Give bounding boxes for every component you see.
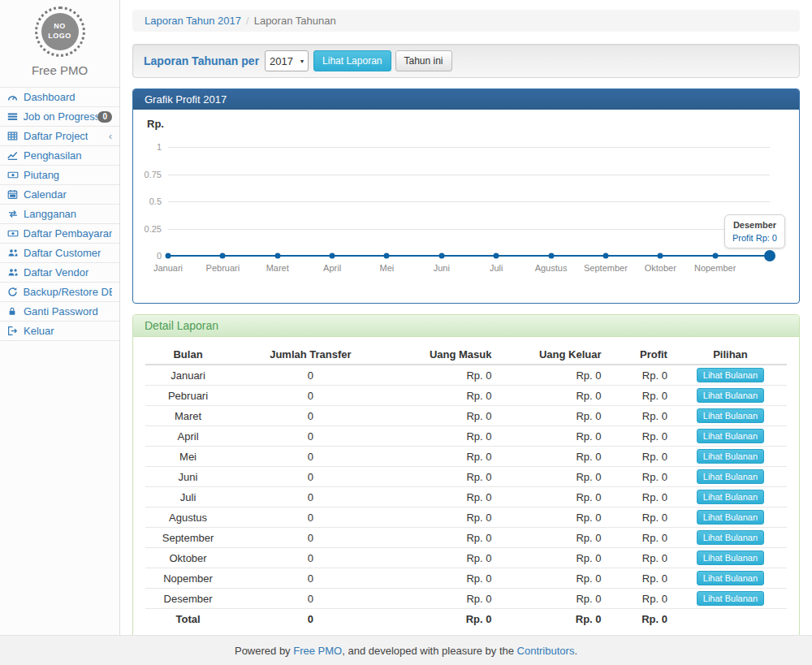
data-point-januari[interactable] <box>166 253 171 259</box>
sidebar-item-daftar-pembayaran[interactable]: Daftar Pembayaran <box>0 224 119 244</box>
data-point-juni[interactable] <box>438 253 444 259</box>
detail-report-panel: Detail Laporan BulanJumlah TransferUang … <box>132 314 800 635</box>
data-point-maret[interactable] <box>274 253 280 259</box>
cell-uang-keluar: Rp. 0 <box>498 487 607 507</box>
view-month-button-juni[interactable]: Lihat Bulanan <box>697 469 764 484</box>
view-month-button-april[interactable]: Lihat Bulanan <box>697 429 764 443</box>
data-point-april[interactable] <box>330 253 335 259</box>
breadcrumb-link-report-year[interactable]: Laporan Tahun 2017 <box>145 15 241 27</box>
data-point-agustus[interactable] <box>548 253 554 259</box>
cell-jumlah-transfer: 0 <box>231 386 391 406</box>
data-point-desember[interactable] <box>764 250 775 261</box>
chart-panel-title: Grafik Profit 2017 <box>133 89 799 110</box>
year-select[interactable]: 2017▾ <box>265 50 309 71</box>
month-row-desember: Desember0Rp. 0Rp. 0Rp. 0Lihat Bulanan <box>145 589 787 609</box>
sidebar-item-langganan[interactable]: Langganan <box>0 205 119 224</box>
sidebar-item-daftar-customer[interactable]: Daftar Customer <box>0 244 119 263</box>
x-axis-tick: Nopember <box>694 263 736 273</box>
x-axis-tick: September <box>584 263 628 273</box>
data-point-oktober[interactable] <box>658 253 663 259</box>
x-axis-tick: Maret <box>266 263 289 273</box>
table-icon <box>7 131 19 141</box>
cell-uang-masuk: Rp. 0 <box>391 548 499 568</box>
data-point-pebruari[interactable] <box>220 253 226 259</box>
cell-profit: Rp. 0 <box>608 487 674 507</box>
y-axis-tick: 0 <box>157 251 162 261</box>
cell-bulan: Pebruari <box>145 386 231 406</box>
view-month-button-nopember[interactable]: Lihat Bulanan <box>697 571 764 585</box>
sidebar-item-piutang[interactable]: Piutang <box>0 166 119 185</box>
profit-chart-panel: Grafik Profit 2017 Rp. 00.250.50.751Janu… <box>132 89 800 304</box>
sidebar-item-calendar[interactable]: Calendar <box>0 185 119 205</box>
month-row-agustus: Agustus0Rp. 0Rp. 0Rp. 0Lihat Bulanan <box>145 507 787 528</box>
view-month-button-desember[interactable]: Lihat Bulanan <box>697 591 764 606</box>
cell-uang-masuk: Rp. 0 <box>391 589 499 609</box>
x-axis-tick: Agustus <box>535 263 568 273</box>
sidebar-item-label: Piutang <box>24 169 59 181</box>
cell-jumlah-transfer: 0 <box>231 589 391 609</box>
data-point-juli[interactable] <box>494 253 499 259</box>
cell-uang-keluar: Rp. 0 <box>498 589 607 609</box>
cell-profit: Rp. 0 <box>608 386 674 406</box>
data-point-september[interactable] <box>603 253 608 259</box>
view-month-button-mei[interactable]: Lihat Bulanan <box>697 449 764 464</box>
cell-uang-keluar: Rp. 0 <box>498 568 607 589</box>
sidebar-item-daftar-vendor[interactable]: Daftar Vendor <box>0 263 119 283</box>
logo-text-line2: LOGO <box>48 32 71 41</box>
detail-panel-title: Detail Laporan <box>133 315 799 337</box>
sign-out-icon <box>7 326 19 336</box>
cell-pilihan: Lihat Bulanan <box>674 467 787 487</box>
chart-y-axis-title: Rp. <box>147 118 164 130</box>
cell-jumlah-transfer: 0 <box>231 548 391 568</box>
view-month-button-juli[interactable]: Lihat Bulanan <box>697 490 764 504</box>
count-badge: 0 <box>97 111 112 123</box>
sidebar-item-backup-restore-db[interactable]: Backup/Restore DB <box>0 283 119 302</box>
footer-link-free-pmo[interactable]: Free PMO <box>293 645 342 657</box>
view-month-button-pebruari[interactable]: Lihat Bulanan <box>697 388 764 403</box>
breadcrumb: Laporan Tahun 2017/Laporan Tahunan <box>132 10 800 32</box>
sidebar: NO LOGO Free PMO DashboardJob on Progres… <box>0 0 120 635</box>
sidebar-item-keluar[interactable]: Keluar <box>0 322 119 341</box>
this-year-button[interactable]: Tahun ini <box>395 50 452 71</box>
cell-profit: Rp. 0 <box>608 548 674 568</box>
cell-bulan: Juni <box>145 467 231 487</box>
footer-link-contributors[interactable]: Contributors <box>517 645 575 657</box>
cell-uang-keluar: Rp. 0 <box>498 406 607 426</box>
view-month-button-agustus[interactable]: Lihat Bulanan <box>697 510 764 525</box>
view-month-button-oktober[interactable]: Lihat Bulanan <box>697 551 764 565</box>
view-month-button-maret[interactable]: Lihat Bulanan <box>697 408 764 423</box>
x-axis-tick: Juni <box>434 263 450 273</box>
month-row-januari: Januari0Rp. 0Rp. 0Rp. 0Lihat Bulanan <box>145 365 787 386</box>
breadcrumb-separator: / <box>246 15 249 27</box>
sidebar-item-penghasilan[interactable]: Penghasilan <box>0 146 119 166</box>
cell-bulan: Juli <box>145 487 231 507</box>
view-month-button-januari[interactable]: Lihat Bulanan <box>697 368 764 382</box>
cell-bulan: Oktober <box>145 548 231 568</box>
cell-bulan: April <box>145 426 231 447</box>
cell-uang-masuk: Rp. 0 <box>391 426 499 447</box>
y-axis-tick: 1 <box>157 142 162 152</box>
data-point-mei[interactable] <box>384 253 390 259</box>
sidebar-item-daftar-project[interactable]: Daftar Project‹ <box>0 127 119 146</box>
month-row-april: April0Rp. 0Rp. 0Rp. 0Lihat Bulanan <box>145 426 787 447</box>
cell-pilihan: Lihat Bulanan <box>674 528 787 548</box>
data-point-nopember[interactable] <box>712 253 718 259</box>
money-icon <box>7 228 19 239</box>
month-row-maret: Maret0Rp. 0Rp. 0Rp. 0Lihat Bulanan <box>145 406 787 426</box>
cell-pilihan: Lihat Bulanan <box>674 568 787 589</box>
sidebar-item-ganti-password[interactable]: Ganti Password <box>0 302 119 322</box>
view-month-button-september[interactable]: Lihat Bulanan <box>697 530 764 545</box>
users-icon <box>7 267 19 278</box>
sidebar-item-dashboard[interactable]: Dashboard <box>0 88 119 107</box>
month-row-juli: Juli0Rp. 0Rp. 0Rp. 0Lihat Bulanan <box>145 487 787 507</box>
lock-icon <box>7 306 19 317</box>
chart-tooltip: DesemberProfit Rp: 0 <box>724 214 785 248</box>
sidebar-item-job-on-progress[interactable]: Job on Progress0 <box>0 107 119 127</box>
month-row-pebruari: Pebruari0Rp. 0Rp. 0Rp. 0Lihat Bulanan <box>145 386 787 406</box>
cell-uang-keluar: Rp. 0 <box>498 447 607 467</box>
logo-text-line1: NO <box>54 22 66 32</box>
filter-label: Laporan Tahunan per <box>144 54 259 67</box>
cell-uang-keluar: Rp. 0 <box>498 467 607 487</box>
chevron-left-icon: ‹ <box>109 132 112 140</box>
view-report-button[interactable]: Lihat Laporan <box>313 50 391 71</box>
